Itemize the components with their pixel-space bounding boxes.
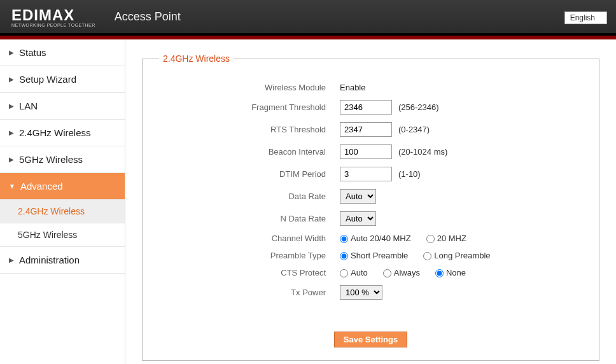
radio-label: None [446,268,466,277]
radio-input[interactable] [340,252,348,260]
brand-logo: EDIMAX NETWORKING PEOPLE TOGETHER [11,6,95,27]
label-fragment-threshold: Fragment Threshold [155,102,340,112]
caret-right-icon: ▶ [9,76,14,83]
row-tx-power: Tx Power 100 % [155,285,586,300]
brand-name: EDIMAX [11,6,74,24]
label-data-rate: Data Rate [155,192,340,201]
sidebar-item-label: Status [19,47,46,58]
sidebar-subitem-label: 5GHz Wireless [18,230,77,240]
caret-right-icon: ▶ [9,102,14,109]
sidebar-item-label: LAN [19,101,38,111]
sidebar-item-status[interactable]: ▶Status [0,39,125,66]
input-rts-threshold[interactable] [340,122,392,137]
radio-input[interactable] [383,269,391,277]
input-dtim-period[interactable] [340,167,392,181]
sidebar-subitem-5ghz-wireless[interactable]: 5GHz Wireless [0,223,125,247]
label-wireless-module: Wireless Module [155,83,340,92]
input-beacon-interval[interactable] [340,144,392,159]
radio-preamble-short[interactable]: Short Preamble [340,251,408,260]
sidebar-item-label: 5GHz Wireless [19,154,83,165]
radio-label: Auto [351,268,368,277]
radio-cts-always[interactable]: Always [383,268,420,277]
row-cts-protect: CTS Protect Auto Always None [155,268,586,277]
row-n-data-rate: N Data Rate Auto [155,211,586,226]
row-fragment-threshold: Fragment Threshold (256-2346) [155,100,586,115]
row-dtim-period: DTIM Period (1-10) [155,167,586,181]
radio-input[interactable] [340,235,348,243]
sidebar-subitem-24ghz-wireless[interactable]: 2.4GHz Wireless [0,200,125,223]
row-beacon-interval: Beacon Interval (20-1024 ms) [155,144,586,159]
sidebar-item-label: Administration [19,255,80,265]
radio-input[interactable] [340,269,348,277]
caret-down-icon: ▼ [9,183,15,190]
main-content: 2.4GHz Wireless Wireless Module Enable F… [125,39,616,364]
radio-cts-auto[interactable]: Auto [340,268,368,277]
label-cts-protect: CTS Protect [155,268,340,277]
sidebar-item-setup-wizard[interactable]: ▶Setup Wizard [0,66,125,93]
sidebar-subitem-label: 2.4GHz Wireless [18,206,85,216]
save-settings-button[interactable]: Save Settings [334,332,407,347]
row-rts-threshold: RTS Threshold (0-2347) [155,122,586,137]
label-n-data-rate: N Data Rate [155,214,340,223]
label-rts-threshold: RTS Threshold [155,125,340,134]
select-data-rate[interactable]: Auto [340,189,376,204]
sidebar-item-label: 2.4GHz Wireless [19,127,91,138]
hint-dtim-period: (1-10) [398,169,421,179]
label-preamble-type: Preamble Type [155,251,340,260]
sidebar-item-label: Setup Wizard [19,74,76,85]
select-tx-power[interactable]: 100 % [340,285,382,300]
select-n-data-rate[interactable]: Auto [340,211,376,226]
caret-right-icon: ▶ [9,156,14,163]
app-header: EDIMAX NETWORKING PEOPLE TOGETHER Access… [0,0,616,36]
sidebar-nav: ▶Status ▶Setup Wizard ▶LAN ▶2.4GHz Wirel… [0,39,125,364]
row-wireless-module: Wireless Module Enable [155,83,586,92]
label-channel-width: Channel Width [155,234,340,243]
panel-legend: 2.4GHz Wireless [159,53,234,64]
hint-beacon-interval: (20-1024 ms) [398,147,447,157]
radio-preamble-long[interactable]: Long Preamble [423,251,490,260]
label-dtim-period: DTIM Period [155,169,340,179]
label-tx-power: Tx Power [155,288,340,297]
label-beacon-interval: Beacon Interval [155,147,340,157]
row-preamble-type: Preamble Type Short Preamble Long Preamb… [155,251,586,260]
radio-label: Short Preamble [351,251,408,260]
language-selector[interactable]: English [564,11,607,24]
radio-input[interactable] [426,235,435,243]
sidebar-item-24ghz-wireless[interactable]: ▶2.4GHz Wireless [0,120,125,146]
brand-tagline: NETWORKING PEOPLE TOGETHER [11,23,95,27]
radio-label: Always [394,268,420,277]
hint-fragment-threshold: (256-2346) [398,102,439,112]
value-wireless-module: Enable [340,83,365,92]
caret-right-icon: ▶ [9,256,14,263]
radio-input[interactable] [435,269,444,277]
caret-right-icon: ▶ [9,49,14,56]
caret-right-icon: ▶ [9,129,14,136]
sidebar-item-5ghz-wireless[interactable]: ▶5GHz Wireless [0,146,125,173]
row-data-rate: Data Rate Auto [155,189,586,204]
wireless-settings-panel: 2.4GHz Wireless Wireless Module Enable F… [142,53,599,361]
sidebar-item-administration[interactable]: ▶Administration [0,247,125,274]
radio-channel-width-auto[interactable]: Auto 20/40 MHZ [340,234,411,243]
hint-rts-threshold: (0-2347) [398,125,430,134]
language-label: English [570,13,595,22]
radio-cts-none[interactable]: None [435,268,466,277]
sidebar-item-label: Advanced [20,181,63,192]
sidebar-item-advanced[interactable]: ▼Advanced [0,173,125,200]
app-title: Access Point [115,10,181,24]
sidebar-item-lan[interactable]: ▶LAN [0,93,125,120]
radio-label: Auto 20/40 MHZ [351,234,411,243]
radio-channel-width-20[interactable]: 20 MHZ [426,234,466,243]
input-fragment-threshold[interactable] [340,100,392,115]
radio-input[interactable] [423,252,431,260]
radio-label: 20 MHZ [437,234,466,243]
radio-label: Long Preamble [434,251,490,260]
row-channel-width: Channel Width Auto 20/40 MHZ 20 MHZ [155,234,586,243]
